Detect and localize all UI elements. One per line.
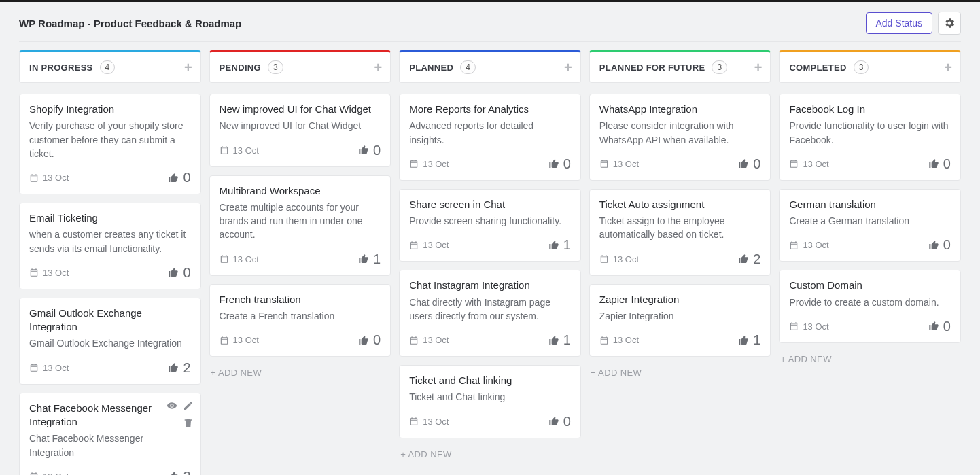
card-description: Create a French translation: [220, 309, 381, 323]
card-votes[interactable]: 1: [548, 332, 571, 348]
card-votes[interactable]: 1: [358, 251, 381, 267]
card-votes[interactable]: 2: [168, 360, 190, 376]
card-description: Provide screen sharing functionality.: [409, 214, 571, 228]
card-footer: 13 Oct0: [789, 319, 951, 334]
thumb-up-icon: [168, 267, 179, 278]
card-footer: 13 Oct0: [789, 156, 951, 172]
board-column: PLANNED FOR FUTURE3+WhatsApp Integration…: [589, 50, 771, 381]
add-new-card[interactable]: + ADD NEW: [589, 365, 771, 381]
card-description: Provide to create a custom domain.: [789, 296, 951, 309]
add-new-card[interactable]: + ADD NEW: [209, 365, 391, 381]
card-footer: 13 Oct0: [789, 237, 951, 253]
card-footer: 13 Oct2: [29, 360, 191, 376]
column-count: 3: [854, 60, 869, 74]
card-votes[interactable]: 0: [168, 265, 190, 281]
calendar-icon: [789, 159, 799, 169]
column-header: IN PROGRESS4+: [19, 50, 201, 83]
board-card[interactable]: Zapier IntegrationZapier Integration13 O…: [589, 284, 771, 357]
calendar-icon: [220, 254, 229, 264]
card-description: Chat directly with Instagram page users …: [409, 296, 571, 323]
card-votes[interactable]: 0: [548, 414, 571, 429]
card-date: 13 Oct: [409, 159, 449, 169]
page-header: WP Roadmap - Product Feedback & Roadmap …: [19, 9, 961, 42]
board-card[interactable]: Gmail Outlook Exchange IntegrationGmail …: [19, 298, 201, 385]
card-date: 13 Oct: [789, 159, 828, 169]
board-card[interactable]: Ticket Auto assignmentTicket assign to t…: [589, 189, 771, 276]
board-card[interactable]: WhatsApp IntegrationPlease consider inte…: [589, 94, 771, 181]
column-header: PLANNED FOR FUTURE3+: [589, 50, 771, 83]
card-title: German translation: [789, 198, 951, 211]
card-date: 13 Oct: [409, 417, 449, 427]
card-footer: 13 Oct1: [409, 237, 571, 253]
board-column: PENDING3+New improved UI for Chat Widget…: [209, 50, 391, 381]
board-card[interactable]: Share screen in ChatProvide screen shari…: [399, 189, 581, 262]
card-actions: [167, 400, 194, 430]
column-header: PLANNED4+: [399, 50, 581, 83]
thumb-up-icon: [738, 253, 749, 264]
calendar-icon: [29, 363, 39, 372]
edit-icon[interactable]: [183, 400, 194, 413]
card-footer: 13 Oct0: [409, 414, 571, 429]
card-description: Zapier Integration: [599, 309, 761, 323]
card-votes[interactable]: 0: [928, 237, 951, 253]
column-count: 3: [712, 60, 727, 74]
card-votes[interactable]: 0: [738, 156, 760, 172]
card-description: Chat Facebook Messenger Integration: [29, 432, 191, 459]
board-card[interactable]: Email Ticketingwhen a customer creates a…: [19, 203, 201, 289]
card-date: 13 Oct: [599, 335, 639, 345]
board-card[interactable]: Shopify IntegrationVerify purchase of yo…: [19, 94, 201, 194]
card-title: WhatsApp Integration: [599, 103, 761, 116]
card-votes[interactable]: 2: [168, 469, 190, 475]
board-card[interactable]: New improved UI for Chat WidgetNew impro…: [209, 94, 391, 167]
card-votes[interactable]: 0: [548, 156, 571, 172]
card-votes[interactable]: 0: [928, 156, 951, 172]
card-title: Zapier Integration: [599, 293, 761, 306]
gear-icon: [943, 17, 956, 29]
board-card[interactable]: Custom DomainProvide to create a custom …: [779, 270, 961, 343]
card-title: Facebook Log In: [789, 103, 951, 116]
column-add-icon[interactable]: +: [564, 60, 572, 74]
board-card[interactable]: Chat Facebook Messenger IntegrationChat …: [19, 393, 201, 475]
card-description: New improved UI for Chat Widget: [220, 119, 381, 133]
board-card[interactable]: Chat Instagram IntegrationChat directly …: [399, 270, 581, 357]
board-card[interactable]: French translationCreate a French transl…: [209, 284, 391, 357]
card-description: Create a German translation: [789, 214, 951, 228]
column-add-icon[interactable]: +: [184, 60, 192, 74]
card-votes[interactable]: 0: [358, 143, 381, 158]
card-votes[interactable]: 1: [548, 237, 571, 253]
calendar-icon: [599, 159, 609, 169]
board-card[interactable]: Ticket and Chat linkingTicket and Chat l…: [399, 365, 581, 438]
card-votes[interactable]: 0: [168, 170, 190, 186]
card-title: Ticket and Chat linking: [409, 374, 571, 387]
board-card[interactable]: German translationCreate a German transl…: [779, 189, 961, 262]
board-card[interactable]: Facebook Log InProvide functionality to …: [779, 94, 961, 181]
card-votes[interactable]: 1: [738, 332, 760, 348]
card-footer: 13 Oct2: [29, 469, 191, 475]
board-column: IN PROGRESS4+Shopify IntegrationVerify p…: [19, 50, 201, 475]
column-add-icon[interactable]: +: [944, 60, 952, 74]
card-votes[interactable]: 0: [358, 332, 381, 348]
card-votes[interactable]: 2: [738, 251, 760, 267]
column-title: IN PROGRESS: [29, 63, 93, 73]
board-card[interactable]: Multibrand WorkspaceCreate multiple acco…: [209, 175, 391, 276]
calendar-icon: [789, 321, 799, 331]
card-title: French translation: [220, 293, 381, 306]
thumb-up-icon: [358, 253, 369, 264]
settings-button[interactable]: [938, 12, 961, 35]
card-title: Chat Instagram Integration: [409, 279, 571, 292]
card-footer: 13 Oct1: [599, 332, 761, 348]
add-status-button[interactable]: Add Status: [866, 12, 933, 34]
board-card[interactable]: More Reports for AnalyticsAdvanced repor…: [399, 94, 581, 181]
column-add-icon[interactable]: +: [754, 60, 763, 74]
card-title: Custom Domain: [789, 279, 951, 292]
column-add-icon[interactable]: +: [374, 60, 383, 74]
add-new-card[interactable]: + ADD NEW: [779, 351, 961, 367]
card-votes[interactable]: 0: [928, 319, 951, 334]
card-description: Please consider integration with WhatsAp…: [599, 119, 761, 147]
card-title: Shopify Integration: [29, 103, 191, 116]
add-new-card[interactable]: + ADD NEW: [399, 446, 581, 462]
card-description: Gmail Outlook Exchange Integration: [29, 336, 191, 350]
delete-icon[interactable]: [183, 417, 194, 430]
view-icon[interactable]: [167, 400, 177, 413]
eye-icon: [167, 400, 177, 411]
